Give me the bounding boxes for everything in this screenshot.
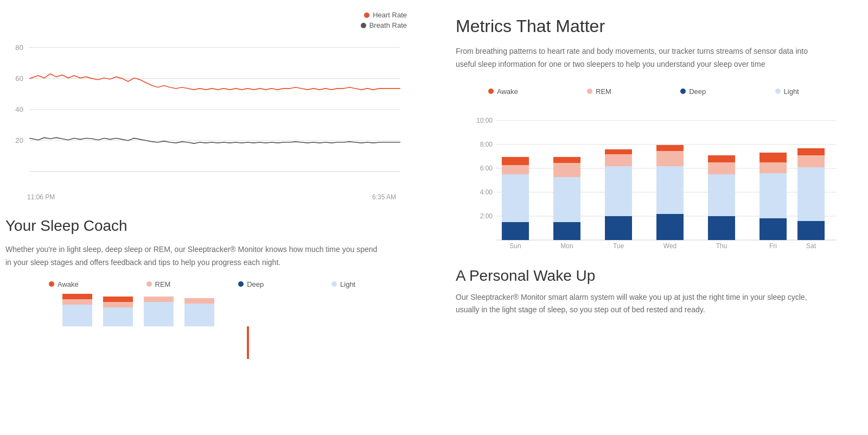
svg-rect-52 xyxy=(708,174,735,216)
chart-time-labels: 11:06 PM 6:35 AM xyxy=(5,193,412,201)
bottom-bar-chart-partial xyxy=(5,294,412,359)
bar-chart-svg: 10:00 8:00 6:00 4:00 2:00 Sun xyxy=(456,104,857,256)
bottom-sleep-legend: Awake REM Deep Light xyxy=(49,280,412,288)
svg-rect-46 xyxy=(656,214,684,240)
legend-awake: Awake xyxy=(49,280,136,288)
wake-text: Our Sleeptracker® Monitor smart alarm sy… xyxy=(456,291,825,317)
light-label: Light xyxy=(340,280,355,288)
right-deep-label: Deep xyxy=(689,87,706,96)
right-rem-dot xyxy=(587,89,592,94)
right-light-label: Light xyxy=(784,87,799,96)
right-bar-chart: Awake REM Deep Light xyxy=(456,87,857,256)
metrics-text: From breathing patterns to heart rate an… xyxy=(456,45,825,71)
svg-rect-19 xyxy=(247,326,249,359)
svg-text:4:00: 4:00 xyxy=(480,188,493,196)
right-deep-dot xyxy=(680,89,686,94)
svg-text:Tue: Tue xyxy=(613,242,624,250)
heart-rate-dot xyxy=(364,12,369,18)
svg-rect-31 xyxy=(502,222,529,240)
svg-rect-61 xyxy=(797,221,825,240)
svg-rect-36 xyxy=(553,222,580,240)
wake-title: A Personal Wake Up xyxy=(456,267,857,285)
svg-rect-10 xyxy=(62,299,92,305)
svg-rect-9 xyxy=(62,305,92,326)
svg-text:60: 60 xyxy=(15,74,23,83)
svg-rect-48 xyxy=(656,151,684,166)
line-chart: 80 60 40 20 xyxy=(5,36,412,188)
svg-text:Wed: Wed xyxy=(663,242,676,250)
line-chart-svg: 80 60 40 20 xyxy=(5,36,412,188)
right-awake-label: Awake xyxy=(497,87,518,96)
rem-label: REM xyxy=(155,280,171,288)
rem-dot xyxy=(146,281,152,287)
svg-rect-15 xyxy=(144,302,174,326)
chart-start-time: 11:06 PM xyxy=(27,193,55,201)
svg-text:2:00: 2:00 xyxy=(480,212,493,220)
right-legend-rem: REM xyxy=(587,87,669,96)
legend-deep: Deep xyxy=(238,280,321,288)
svg-text:10:00: 10:00 xyxy=(476,117,493,124)
svg-rect-64 xyxy=(797,148,825,155)
svg-rect-13 xyxy=(103,302,133,307)
svg-text:40: 40 xyxy=(15,105,23,114)
svg-rect-32 xyxy=(502,174,529,222)
sleep-coach-text: Whether you're in light sleep, deep slee… xyxy=(5,243,385,269)
legend-breath-rate: Breath Rate xyxy=(361,21,407,29)
svg-text:Sun: Sun xyxy=(509,242,521,250)
legend-rem: REM xyxy=(146,280,228,288)
svg-rect-16 xyxy=(144,297,174,302)
svg-rect-11 xyxy=(62,294,92,299)
svg-rect-59 xyxy=(760,153,787,162)
svg-rect-41 xyxy=(605,216,632,240)
legend-heart-rate: Heart Rate xyxy=(364,11,407,19)
breath-rate-label: Breath Rate xyxy=(369,21,407,29)
right-bar-legend: Awake REM Deep Light xyxy=(456,87,857,96)
svg-rect-54 xyxy=(708,155,735,162)
svg-text:80: 80 xyxy=(15,43,23,52)
svg-text:8:00: 8:00 xyxy=(480,141,493,148)
right-light-dot xyxy=(775,89,781,94)
right-legend-deep: Deep xyxy=(680,87,764,96)
awake-label: Awake xyxy=(58,280,79,288)
sleep-coach-title: Your Sleep Coach xyxy=(5,217,412,235)
svg-rect-57 xyxy=(760,173,787,218)
svg-rect-12 xyxy=(103,307,133,326)
bar-chart-svg-container: 10:00 8:00 6:00 4:00 2:00 Sun xyxy=(456,104,857,256)
svg-rect-44 xyxy=(605,149,632,154)
svg-rect-37 xyxy=(553,177,580,222)
awake-dot xyxy=(49,281,54,287)
legend-light: Light xyxy=(331,280,412,288)
svg-rect-18 xyxy=(184,298,214,304)
svg-rect-53 xyxy=(708,162,735,174)
svg-rect-47 xyxy=(656,166,684,214)
right-rem-label: REM xyxy=(596,87,611,96)
line-chart-legend: Heart Rate Breath Rate xyxy=(5,11,412,31)
right-awake-dot xyxy=(488,89,494,94)
svg-rect-34 xyxy=(502,157,529,165)
chart-end-time: 6:35 AM xyxy=(372,193,396,201)
svg-rect-17 xyxy=(184,304,214,326)
left-panel: Heart Rate Breath Rate 80 60 40 20 xyxy=(0,0,434,435)
svg-rect-14 xyxy=(103,297,133,302)
metrics-title: Metrics That Matter xyxy=(456,16,857,36)
partial-bar-svg xyxy=(5,294,412,359)
svg-text:Sat: Sat xyxy=(806,242,816,250)
svg-text:Thu: Thu xyxy=(716,242,727,250)
deep-label: Deep xyxy=(247,280,264,288)
svg-rect-58 xyxy=(760,162,787,173)
deep-dot xyxy=(238,281,244,287)
heart-rate-label: Heart Rate xyxy=(373,11,407,19)
right-legend-awake: Awake xyxy=(488,87,576,96)
right-legend-light: Light xyxy=(775,87,857,96)
svg-rect-62 xyxy=(797,167,825,221)
svg-rect-33 xyxy=(502,165,529,174)
breath-rate-dot xyxy=(361,23,366,28)
svg-rect-43 xyxy=(605,154,632,166)
svg-rect-39 xyxy=(553,157,580,163)
svg-rect-42 xyxy=(605,166,632,216)
light-dot xyxy=(331,281,337,287)
svg-rect-56 xyxy=(760,218,787,240)
svg-text:Fri: Fri xyxy=(769,242,777,250)
svg-rect-51 xyxy=(708,216,735,240)
svg-rect-49 xyxy=(656,145,684,151)
